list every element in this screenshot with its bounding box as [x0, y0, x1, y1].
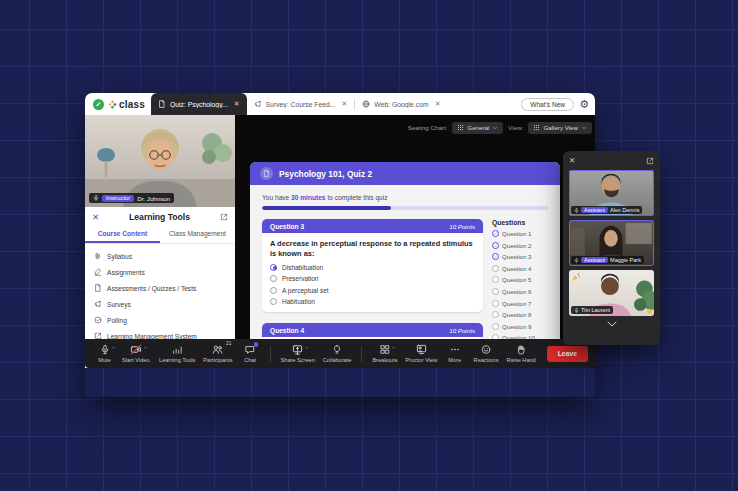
tab-label: Quiz: Psychology... [170, 101, 228, 108]
chevron-down-icon [492, 125, 498, 131]
chevron-up-icon[interactable] [143, 345, 148, 350]
tab-label: Web: Google.com [374, 101, 428, 108]
radio-selected[interactable] [270, 264, 277, 271]
mic-icon [574, 208, 579, 213]
chevron-up-icon[interactable] [391, 345, 396, 350]
tab-survey[interactable]: Survey: Course Feed... ✕ [247, 93, 355, 115]
participant-name-bar: Tim Laurent [571, 306, 613, 314]
tab-label: Survey: Course Feed... [266, 101, 336, 108]
quiz-timer-text: You have 30 minutes to complete this qui… [262, 194, 548, 201]
chat-button[interactable]: Chat [238, 344, 263, 363]
proctor-view-button[interactable]: Proctor View [403, 344, 441, 363]
chevron-up-icon[interactable] [304, 345, 309, 350]
list-item-assessments[interactable]: Assessments / Quizzes / Tests [94, 284, 226, 292]
grid-icon [533, 124, 540, 131]
seating-chart-label: Seating Chart: [408, 124, 448, 131]
whats-new-button[interactable]: What's New [521, 98, 574, 111]
app-body: Seating Chart: General View: Gallery Vie… [85, 115, 595, 368]
questions-nav-header: Questions [492, 219, 548, 226]
item-label: Assignments [107, 269, 145, 276]
leave-button[interactable]: Leave [547, 346, 588, 362]
toolbar-divider [361, 346, 362, 362]
raise-hand-button[interactable]: Raise Hand [503, 344, 538, 363]
meeting-toolbar: Mute Start Video Learning Tools [85, 339, 595, 368]
question-nav-item[interactable]: Question 6 [492, 288, 548, 295]
question-nav-item[interactable]: Question 1 [492, 230, 548, 237]
start-video-button[interactable]: Start Video [119, 344, 153, 363]
tab-course-content[interactable]: Course Content [85, 227, 160, 243]
learning-tools-button[interactable]: Learning Tools [156, 344, 198, 363]
tab-web[interactable]: Web: Google.com ✕ [355, 93, 447, 115]
collaborate-button[interactable]: Collaborate [320, 344, 355, 363]
close-panel-icon[interactable]: ✕ [92, 212, 99, 222]
lightbulb-icon [332, 344, 342, 355]
answer-option[interactable]: Preservation [270, 275, 475, 282]
desktop-background: ✓ class Quiz: Psychology... ✕ Survey: Co… [0, 0, 738, 491]
participants-button[interactable]: 21 Participants [200, 344, 235, 363]
question-nav-item[interactable]: Question 9 [492, 323, 548, 330]
question-nav-item[interactable]: Question 8 [492, 311, 548, 318]
question-card-title: Question 4 [270, 327, 304, 334]
grid-icon [457, 124, 464, 131]
settings-gear-icon[interactable]: ⚙ [579, 99, 589, 110]
participants-video-panel: ✕ Assistant Alex Dennis [563, 151, 660, 345]
close-tab-icon[interactable]: ✕ [341, 100, 347, 108]
quiz-panel: Psychology 101, Quiz 2 You have 30 minut… [250, 162, 560, 368]
pop-out-icon[interactable] [646, 157, 654, 165]
connection-status-icon: ✓ [93, 99, 104, 110]
quiz-progress-bar [262, 206, 548, 210]
view-label: View: [508, 124, 523, 131]
document-icon [94, 284, 102, 292]
question-nav-item[interactable]: Question 5 [492, 276, 548, 283]
close-tab-icon[interactable]: ✕ [435, 100, 441, 108]
reactions-button[interactable]: Reactions [471, 344, 502, 363]
option-label: Preservation [282, 275, 319, 282]
smiley-icon [481, 344, 491, 355]
view-dropdown[interactable]: Gallery View [528, 122, 592, 134]
logo-text: class [119, 99, 145, 110]
share-screen-button[interactable]: Share Screen [278, 344, 318, 363]
list-item-polling[interactable]: Polling [94, 316, 226, 324]
chevron-up-icon[interactable] [111, 345, 116, 350]
close-panel-icon[interactable]: ✕ [569, 156, 575, 165]
answer-option[interactable]: Dishabituation [270, 264, 475, 271]
question-nav-item[interactable]: Question 4 [492, 265, 548, 272]
participant-name-bar: Assistant Maggie Park [571, 256, 644, 264]
collapse-chevron-down-icon[interactable] [606, 320, 618, 328]
tab-class-management[interactable]: Class Management [160, 227, 235, 243]
instructor-video: Instructor Dr. Johnson [85, 115, 235, 207]
party-popper-reaction-icon [571, 272, 581, 282]
answer-option[interactable]: A perceptual set [270, 287, 475, 294]
question-nav-item[interactable]: Question 3 [492, 253, 548, 260]
quiz-doc-icon [260, 167, 273, 180]
left-sidebar: Instructor Dr. Johnson ✕ Learning Tools … [85, 115, 235, 368]
chat-notification-dot [254, 342, 259, 347]
mute-button[interactable]: Mute [92, 344, 117, 363]
answer-option[interactable]: Habituation [270, 298, 475, 305]
participant-tile-tim[interactable]: Tim Laurent [569, 270, 654, 316]
list-item-assignments[interactable]: Assignments [94, 268, 226, 276]
list-item-surveys[interactable]: Surveys [94, 300, 226, 308]
more-button[interactable]: More [442, 344, 467, 363]
pop-out-icon[interactable] [220, 213, 228, 221]
question-nav-item[interactable]: Question 7 [492, 300, 548, 307]
list-item-syllabus[interactable]: Syllabus [94, 252, 226, 260]
question-card-title: Question 3 [270, 223, 304, 230]
radio[interactable] [270, 287, 277, 294]
participant-tile-alex[interactable]: Assistant Alex Dennis [569, 170, 654, 216]
poll-check-icon [94, 316, 102, 324]
tab-quiz[interactable]: Quiz: Psychology... ✕ [151, 93, 247, 115]
seating-chart-dropdown[interactable]: General [452, 122, 503, 134]
question-nav-item[interactable]: Question 2 [492, 242, 548, 249]
close-tab-icon[interactable]: ✕ [234, 100, 240, 108]
question-text: A decrease in perceptual response to a r… [270, 239, 475, 259]
item-label: Syllabus [107, 253, 132, 260]
item-label: Assessments / Quizzes / Tests [107, 285, 196, 292]
item-label: Polling [107, 317, 127, 324]
instructor-name-bar: Instructor Dr. Johnson [89, 193, 174, 203]
participant-tile-maggie[interactable]: Assistant Maggie Park [569, 220, 654, 266]
radio[interactable] [270, 298, 277, 305]
radio[interactable] [270, 275, 277, 282]
breakouts-button[interactable]: Breakouts [369, 344, 400, 363]
quiz-progress-fill [262, 206, 391, 210]
